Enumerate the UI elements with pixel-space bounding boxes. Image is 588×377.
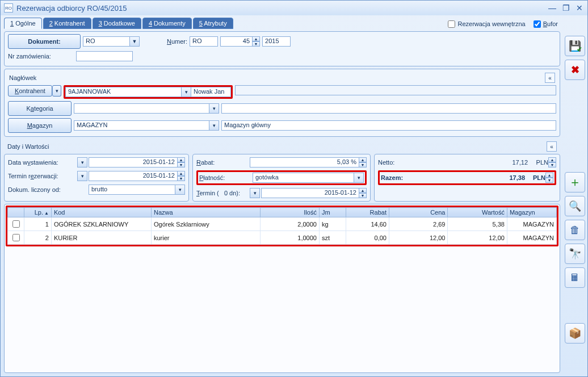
find-button[interactable]: 🔭	[565, 244, 585, 264]
magazyn-code-field[interactable]: MAGAZYN	[74, 120, 209, 131]
chevron-down-icon[interactable]: ▾	[354, 173, 364, 183]
cancel-button[interactable]: ✖	[565, 60, 585, 80]
spin-down-icon[interactable]: ▼	[548, 162, 556, 167]
col-rabat[interactable]: Rabat	[346, 208, 389, 217]
maximize-button[interactable]: ❐	[561, 4, 570, 12]
rezerwacja-wewnetrzna-checkbox[interactable]: Rezerwacja wewnętrzna	[448, 20, 525, 28]
naglowek-panel: Nagłówek « Kontrahent ▾ 9AJANNOWAK ▾ Now…	[4, 69, 560, 137]
numer-prefix-field[interactable]: RO	[190, 36, 218, 47]
chevron-down-icon[interactable]: ▾	[209, 120, 219, 131]
save-button[interactable]: 💾✔	[565, 36, 585, 56]
add-item-button[interactable]: ＋	[565, 172, 585, 192]
col-magazyn[interactable]: Magazyn	[507, 208, 556, 217]
items-grid: Lp.▲ Kod Nazwa Ilość Jm Rabat Cena Warto…	[4, 204, 560, 373]
tab-dodatkowe[interactable]: 3 Dodatkowe	[93, 18, 141, 29]
col-kod[interactable]: Kod	[51, 208, 151, 217]
dokum-liczony-field[interactable]: brutto	[89, 185, 175, 195]
row-checkbox[interactable]	[12, 234, 20, 241]
chevron-down-icon[interactable]: ▾	[209, 103, 219, 114]
rabat-label: Rabat:	[196, 159, 247, 166]
bufor-checkbox-input[interactable]	[534, 20, 541, 28]
cell-lp: 1	[24, 217, 52, 231]
nr-zamowienia-label: Nr zamówienia:	[8, 53, 74, 60]
app-window: RO Rezerwacja odbiorcy RO/45/2015 — ❐ ✕ …	[0, 0, 588, 377]
data-wystawienia-field[interactable]: 2015-01-12	[89, 157, 177, 167]
tab-dokumenty[interactable]: 4 Dokumenty	[142, 18, 192, 29]
tab-kontrahent[interactable]: 2 Kontrahent	[43, 18, 91, 29]
termin-field[interactable]: 2015-01-12	[261, 188, 359, 198]
spin-up-icon[interactable]: ▲	[252, 36, 260, 41]
spin-up-icon[interactable]: ▲	[177, 171, 185, 176]
col-nazwa[interactable]: Nazwa	[151, 208, 260, 217]
tab-ogolne[interactable]: 1 Ogólne	[4, 18, 42, 29]
kontrahent-dropdown[interactable]: ▾	[52, 85, 61, 97]
chevron-down-icon[interactable]: ▾	[181, 87, 191, 97]
col-jm[interactable]: Jm	[319, 208, 346, 217]
currency-label: PLN	[527, 174, 545, 181]
platnosc-field[interactable]: gotówka	[253, 173, 354, 183]
nr-zamowienia-field[interactable]	[76, 51, 133, 61]
calculator-button[interactable]: 🖩	[565, 267, 585, 288]
chevron-down-icon[interactable]: ▾	[250, 188, 260, 198]
col-lp[interactable]: Lp.▲	[24, 208, 52, 217]
spin-down-icon[interactable]: ▼	[252, 41, 260, 47]
tab-atrybuty[interactable]: 5 Atrybuty	[193, 18, 233, 29]
cell-nazwa: Ogórek Szklarniowy	[151, 217, 260, 231]
spin-up-icon[interactable]: ▲	[177, 157, 185, 162]
grid-header-row: Lp.▲ Kod Nazwa Ilość Jm Rabat Cena Warto…	[8, 208, 557, 217]
numer-value-field[interactable]: 45	[220, 36, 252, 47]
cell-jm: szt	[319, 231, 346, 245]
kontrahent-code-field[interactable]: 9AJANNOWAK	[65, 87, 181, 97]
magazyn-desc-field[interactable]: Magazyn główny	[221, 120, 556, 131]
close-button[interactable]: ✕	[575, 4, 584, 12]
chevron-down-icon[interactable]: ▾	[77, 157, 87, 167]
col-wartosc[interactable]: Wartość	[448, 208, 507, 217]
kontrahent-button[interactable]: Kontrahent	[8, 85, 52, 97]
termin-rezerwacji-field[interactable]: 2015-01-12	[89, 171, 177, 181]
minimize-button[interactable]: —	[548, 4, 557, 12]
daty-panel: Daty i Wartości « Data wystawienia: ▾ 20…	[4, 139, 560, 202]
chevron-down-icon[interactable]: ▼	[129, 36, 140, 47]
bufor-checkbox[interactable]: Bufor	[534, 20, 558, 28]
search-icon: 🔍	[569, 200, 581, 212]
chevron-down-icon[interactable]: ▾	[175, 185, 185, 195]
spin-up-icon[interactable]: ▲	[548, 157, 556, 162]
delete-button[interactable]: 🗑	[565, 220, 585, 240]
spin-down-icon[interactable]: ▼	[177, 162, 185, 167]
spin-down-icon[interactable]: ▼	[545, 178, 553, 183]
spin-up-icon[interactable]: ▲	[359, 188, 367, 193]
spin-down-icon[interactable]: ▼	[359, 193, 367, 198]
search-button[interactable]: 🔍	[565, 196, 585, 216]
col-checkbox[interactable]	[8, 208, 24, 217]
rezerwacja-checkbox-input[interactable]	[448, 20, 455, 28]
discount-icon: 📦	[569, 327, 581, 340]
spin-down-icon[interactable]: ▼	[177, 176, 185, 181]
rabat-column: Rabat: 5,03 % ▲▼ Płatność:	[192, 154, 371, 202]
magazyn-button[interactable]: Magazyn	[8, 118, 72, 133]
row-checkbox[interactable]	[12, 220, 20, 228]
dokument-combo[interactable]: RO	[83, 36, 129, 47]
rabat-field[interactable]: 5,03 %	[250, 157, 359, 167]
numer-year-field[interactable]: 2015	[262, 36, 291, 47]
app-icon: RO	[4, 3, 13, 12]
table-row[interactable]: 1 OGÓREK SZKLARNIOWY Ogórek Szklarniowy …	[8, 217, 557, 231]
spin-up-icon[interactable]: ▲	[545, 173, 553, 178]
collapse-button[interactable]: «	[545, 73, 555, 83]
collapse-button[interactable]: «	[547, 141, 557, 152]
col-ilosc[interactable]: Ilość	[260, 208, 319, 217]
kategoria-desc-field[interactable]	[221, 103, 556, 114]
kategoria-field[interactable]	[74, 103, 209, 114]
chevron-down-icon[interactable]: ▾	[77, 171, 87, 181]
platnosc-label: Płatność:	[199, 174, 250, 181]
kategoria-button[interactable]: Kategoria	[8, 101, 72, 116]
kontrahent-name-field[interactable]: Nowak Jan	[191, 87, 231, 97]
table-row[interactable]: 2 KURIER kurier 1,0000 szt 0,00 12,00 12…	[8, 231, 557, 245]
dokument-button[interactable]: Dokument:	[8, 34, 81, 49]
spin-up-icon[interactable]: ▲	[359, 157, 367, 162]
kontrahent-desc-field	[235, 85, 556, 95]
col-cena[interactable]: Cena	[389, 208, 448, 217]
spin-down-icon[interactable]: ▼	[359, 162, 367, 167]
naglowek-title: Nagłówek	[9, 74, 36, 81]
discount-button[interactable]: 📦	[565, 323, 585, 344]
razem-label: Razem:	[381, 174, 421, 181]
